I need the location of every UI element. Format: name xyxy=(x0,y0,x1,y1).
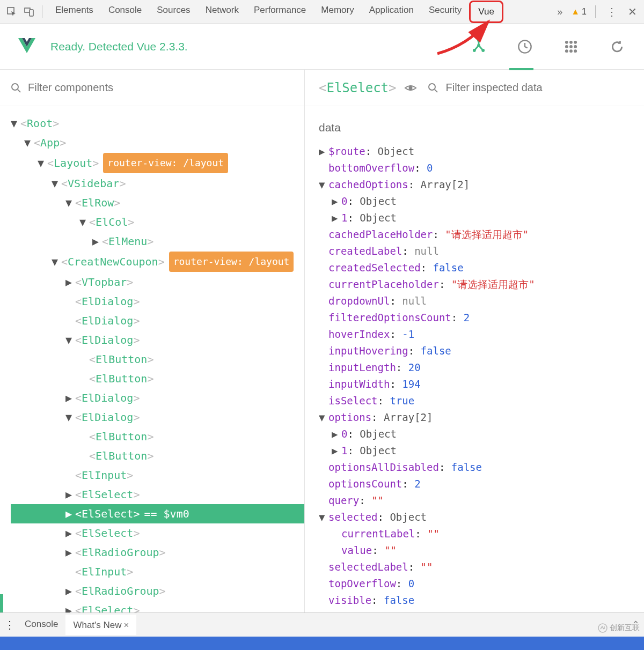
refresh-icon[interactable] xyxy=(606,36,628,57)
toggle-icon[interactable]: ▼ xyxy=(65,331,75,349)
data-row-createdSelected[interactable]: createdSelected: false xyxy=(319,260,630,276)
tree-node-elradiogroup[interactable]: ▶<ElRadioGroup> xyxy=(11,581,304,601)
data-row-currentPlaceholder[interactable]: currentPlaceholder: "请选择适用超市" xyxy=(319,276,630,293)
close-icon[interactable]: × xyxy=(124,620,129,630)
data-row-cachedOptions[interactable]: ▼cachedOptions: Array[2] xyxy=(319,176,630,193)
toggle-icon[interactable]: ▶ xyxy=(92,232,102,250)
toggle-icon[interactable]: ▼ xyxy=(319,176,328,193)
tree-node-elbutton[interactable]: <ElButton> xyxy=(11,350,304,369)
tree-node-elradiogroup[interactable]: ▶<ElRadioGroup> xyxy=(11,543,304,562)
toggle-icon[interactable]: ▶ xyxy=(65,582,75,600)
vuex-tab-icon[interactable] xyxy=(514,36,536,57)
data-row-inputHovering[interactable]: inputHovering: false xyxy=(319,343,630,359)
toggle-icon[interactable]: ▼ xyxy=(65,194,75,212)
data-row-dropdownUl[interactable]: dropdownUl: null xyxy=(319,293,630,309)
data-row-currentLabel[interactable]: currentLabel: "" xyxy=(319,526,630,542)
data-row-query[interactable]: query: "" xyxy=(319,492,630,509)
tree-node-elrow[interactable]: ▼<ElRow> xyxy=(11,193,304,212)
tree-node-vtopbar[interactable]: ▶<VTopbar> xyxy=(11,272,304,292)
tree-node-elselect[interactable]: ▶<ElSelect>== $vm0 xyxy=(11,504,304,523)
kebab-menu-icon[interactable]: ⋮ xyxy=(604,4,619,19)
tree-node-layout[interactable]: ▼<Layout>router-view: /layout xyxy=(11,152,304,174)
data-row-optionsCount[interactable]: optionsCount: 2 xyxy=(319,476,630,492)
close-icon[interactable]: ✕ xyxy=(625,4,640,19)
tree-node-eldialog[interactable]: ▼<ElDialog> xyxy=(11,330,304,350)
data-row-createdLabel[interactable]: createdLabel: null xyxy=(319,243,630,260)
tree-node-eldialog[interactable]: <ElDialog> xyxy=(11,292,304,311)
data-row-isSelect[interactable]: isSelect: true xyxy=(319,393,630,409)
tree-node-elselect[interactable]: ▶<ElSelect> xyxy=(11,523,304,543)
toggle-icon[interactable]: ▶ xyxy=(65,273,75,291)
toggle-icon[interactable]: ▼ xyxy=(65,408,75,426)
toggle-icon[interactable]: ▼ xyxy=(11,114,20,132)
toggle-icon[interactable]: ▶ xyxy=(332,426,341,442)
tree-node-elinput[interactable]: <ElInput> xyxy=(11,562,304,581)
toggle-icon[interactable]: ▶ xyxy=(65,485,75,504)
toggle-icon[interactable]: ▼ xyxy=(319,409,328,426)
toggle-icon[interactable]: ▶ xyxy=(332,193,341,210)
filter-inspected-input[interactable] xyxy=(446,82,631,94)
drawer-tab-console[interactable]: Console xyxy=(17,615,65,635)
devtools-tab-network[interactable]: Network xyxy=(198,1,246,23)
toggle-icon[interactable]: ▶ xyxy=(65,543,75,562)
toggle-icon[interactable]: ▶ xyxy=(332,210,341,226)
toggle-icon[interactable]: ▶ xyxy=(332,442,341,459)
filter-components-input[interactable] xyxy=(28,82,294,94)
data-row-inputLength[interactable]: inputLength: 20 xyxy=(319,359,630,376)
data-row-bottomOverflow[interactable]: bottomOverflow: 0 xyxy=(319,160,630,176)
data-row-selected[interactable]: ▼selected: Object xyxy=(319,509,630,526)
data-row-filteredOptionsCount[interactable]: filteredOptionsCount: 2 xyxy=(319,309,630,326)
data-row-$route[interactable]: ▶$route: Object xyxy=(319,143,630,160)
tree-node-elbutton[interactable]: <ElButton> xyxy=(11,427,304,446)
data-row-inputWidth[interactable]: inputWidth: 194 xyxy=(319,376,630,393)
devtools-tab-sources[interactable]: Sources xyxy=(149,1,197,23)
devtools-tab-memory[interactable]: Memory xyxy=(313,1,361,23)
toggle-icon[interactable]: ▼ xyxy=(52,174,61,193)
tree-node-elcol[interactable]: ▼<ElCol> xyxy=(11,212,304,232)
devtools-tab-vue[interactable]: Vue xyxy=(469,1,503,23)
tree-node-elbutton[interactable]: <ElButton> xyxy=(11,369,304,388)
toggle-icon[interactable]: ▼ xyxy=(52,253,61,271)
data-row-optionsAllDisabled[interactable]: optionsAllDisabled: false xyxy=(319,459,630,476)
device-toggle-icon[interactable] xyxy=(21,4,36,19)
data-row-options[interactable]: ▼options: Array[2] xyxy=(319,409,630,426)
devtools-tab-elements[interactable]: Elements xyxy=(48,1,101,23)
toggle-icon[interactable]: ▼ xyxy=(319,509,328,526)
toggle-icon[interactable]: ▶ xyxy=(319,143,328,160)
data-row-1[interactable]: ▶1: Object xyxy=(319,210,630,226)
data-row-value[interactable]: value: "" xyxy=(319,542,630,559)
toggle-icon[interactable]: ▼ xyxy=(79,213,89,231)
devtools-tab-performance[interactable]: Performance xyxy=(246,1,313,23)
tree-node-root[interactable]: ▼<Root> xyxy=(11,114,304,133)
eye-icon[interactable] xyxy=(404,82,417,94)
devtools-tab-application[interactable]: Application xyxy=(362,1,421,23)
overflow-icon[interactable]: » xyxy=(557,6,562,18)
data-row-topOverflow[interactable]: topOverflow: 0 xyxy=(319,575,630,592)
data-row-0[interactable]: ▶0: Object xyxy=(319,426,630,442)
tree-node-elbutton[interactable]: <ElButton> xyxy=(11,446,304,466)
tree-node-elselect[interactable]: ▶<ElSelect> xyxy=(11,485,304,504)
tree-node-eldialog[interactable]: <ElDialog> xyxy=(11,311,304,330)
devtools-tab-console[interactable]: Console xyxy=(101,1,149,23)
tree-node-creatnewcoupon[interactable]: ▼<CreatNewCoupon>router-view: /layout xyxy=(11,251,304,272)
drawer-tab-what-s-new[interactable]: What's New× xyxy=(65,615,136,635)
tree-node-vsidebar[interactable]: ▼<VSidebar> xyxy=(11,174,304,193)
tree-node-eldialog[interactable]: ▶<ElDialog> xyxy=(11,388,304,408)
tree-node-elinput[interactable]: <ElInput> xyxy=(11,466,304,485)
devtools-tab-security[interactable]: Security xyxy=(421,1,469,23)
data-row-visible[interactable]: visible: false xyxy=(319,592,630,609)
toggle-icon[interactable]: ▶ xyxy=(65,389,75,407)
kebab-menu-icon[interactable]: ⋮ xyxy=(4,618,17,631)
data-row-selectedLabel[interactable]: selectedLabel: "" xyxy=(319,559,630,575)
tree-node-eldialog[interactable]: ▼<ElDialog> xyxy=(11,408,304,427)
events-tab-icon[interactable] xyxy=(560,36,582,57)
data-row-hoverIndex[interactable]: hoverIndex: -1 xyxy=(319,326,630,343)
data-row-1[interactable]: ▶1: Object xyxy=(319,442,630,459)
components-tab-icon[interactable] xyxy=(468,36,489,57)
toggle-icon[interactable]: ▶ xyxy=(65,505,75,523)
inspect-icon[interactable] xyxy=(4,4,19,19)
toggle-icon[interactable]: ▼ xyxy=(38,154,47,172)
tree-node-app[interactable]: ▼<App> xyxy=(11,133,304,152)
data-row-0[interactable]: ▶0: Object xyxy=(319,193,630,210)
toggle-icon[interactable]: ▼ xyxy=(24,134,34,152)
